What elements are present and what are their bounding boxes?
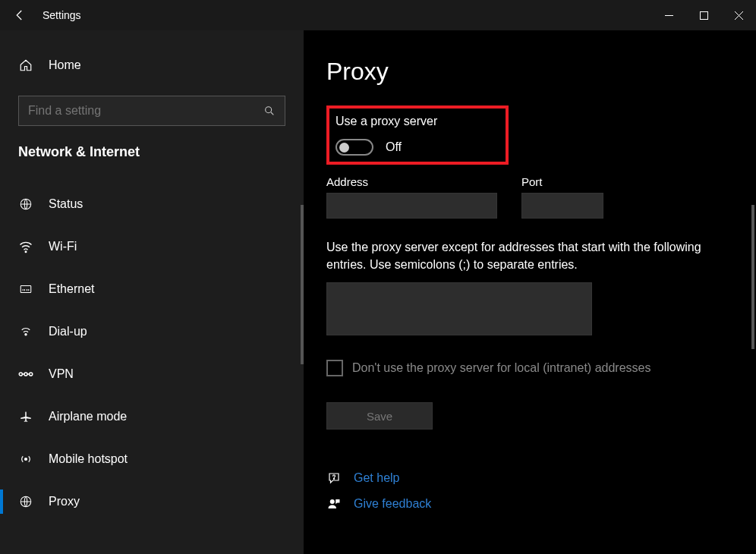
search-icon (263, 105, 276, 117)
sidebar-item-label: Dial-up (49, 325, 87, 338)
sidebar-item-hotspot[interactable]: Mobile hotspot (0, 438, 304, 480)
feedback-row: Give feedback (326, 496, 756, 512)
sidebar-item-wifi[interactable]: Wi-Fi (0, 225, 304, 268)
local-addresses-row: Don't use the proxy server for local (in… (326, 360, 756, 376)
address-field: Address (326, 175, 497, 219)
address-label: Address (326, 175, 497, 188)
proxy-icon (18, 494, 33, 509)
sidebar-item-status[interactable]: Status (0, 183, 304, 225)
sidebar-item-label: Wi-Fi (49, 240, 77, 253)
body: Home Network & Internet Status Wi-Fi (0, 30, 756, 554)
hotspot-icon (18, 452, 33, 467)
svg-rect-0 (700, 11, 707, 19)
search-box[interactable] (18, 96, 285, 126)
sidebar-item-label: Status (49, 197, 83, 211)
close-button[interactable] (721, 3, 756, 27)
address-input[interactable] (326, 193, 497, 219)
sidebar-item-label: Proxy (49, 495, 80, 508)
help-icon (326, 471, 342, 486)
exceptions-description: Use the proxy server except for addresse… (326, 238, 721, 273)
vpn-icon (18, 367, 33, 382)
main-content: Proxy Use a proxy server Off Address Por… (304, 30, 756, 554)
globe-icon (18, 197, 33, 212)
svg-point-1 (266, 107, 272, 113)
highlight-box: Use a proxy server Off (326, 105, 509, 165)
page-title: Proxy (326, 58, 756, 86)
airplane-icon (18, 409, 33, 424)
svg-point-5 (25, 334, 27, 335)
sidebar-item-dialup[interactable]: Dial-up (0, 310, 304, 353)
give-feedback-link[interactable]: Give feedback (354, 497, 431, 511)
svg-point-6 (19, 373, 22, 376)
window-controls (651, 3, 756, 27)
sidebar-item-vpn[interactable]: VPN (0, 353, 304, 395)
sidebar-item-proxy[interactable]: Proxy (0, 480, 304, 523)
toggle-knob (339, 143, 349, 153)
titlebar: Settings (0, 0, 756, 30)
port-label: Port (521, 175, 603, 188)
nav-list: Status Wi-Fi Ethernet Dial-up (0, 183, 304, 523)
back-button[interactable] (9, 5, 30, 26)
ethernet-icon (18, 282, 33, 297)
sidebar-item-ethernet[interactable]: Ethernet (0, 268, 304, 310)
local-addresses-label: Don't use the proxy server for local (in… (352, 361, 650, 375)
maximize-button[interactable] (686, 3, 721, 27)
svg-rect-4 (20, 286, 31, 293)
use-proxy-toggle[interactable] (335, 139, 373, 156)
sidebar-item-airplane[interactable]: Airplane mode (0, 395, 304, 438)
svg-point-9 (25, 458, 27, 461)
local-addresses-checkbox[interactable] (326, 360, 343, 376)
close-icon (735, 11, 743, 20)
svg-point-8 (30, 373, 33, 376)
sidebar: Home Network & Internet Status Wi-Fi (0, 30, 304, 554)
titlebar-left: Settings (0, 5, 651, 26)
toggle-status: Off (386, 140, 402, 154)
minimize-icon (665, 11, 673, 20)
home-icon (18, 58, 33, 73)
save-button[interactable]: Save (326, 402, 433, 430)
svg-point-12 (330, 499, 335, 504)
sidebar-item-label: Airplane mode (49, 410, 127, 423)
svg-point-11 (333, 479, 334, 480)
get-help-link[interactable]: Get help (354, 471, 399, 485)
port-field: Port (521, 175, 603, 219)
port-input[interactable] (521, 193, 603, 219)
wifi-icon (18, 239, 33, 254)
search-input[interactable] (28, 104, 263, 118)
arrow-left-icon (13, 8, 27, 22)
sidebar-item-label: Mobile hotspot (49, 452, 128, 466)
svg-point-7 (24, 373, 27, 376)
get-help-row: Get help (326, 471, 756, 486)
sidebar-item-label: Ethernet (49, 282, 94, 296)
home-link[interactable]: Home (0, 49, 304, 82)
main-scrollbar[interactable] (751, 205, 754, 349)
use-proxy-label: Use a proxy server (335, 115, 437, 128)
feedback-icon (326, 496, 342, 512)
sidebar-item-label: VPN (49, 367, 74, 381)
section-title: Network & Internet (0, 144, 304, 160)
maximize-icon (700, 11, 708, 20)
minimize-button[interactable] (651, 3, 686, 27)
home-label: Home (49, 58, 81, 72)
address-port-row: Address Port (326, 175, 756, 219)
svg-point-3 (25, 251, 27, 253)
exceptions-input[interactable] (326, 282, 592, 335)
window-title: Settings (43, 9, 81, 21)
dialup-icon (18, 324, 33, 339)
toggle-row: Off (335, 139, 437, 156)
